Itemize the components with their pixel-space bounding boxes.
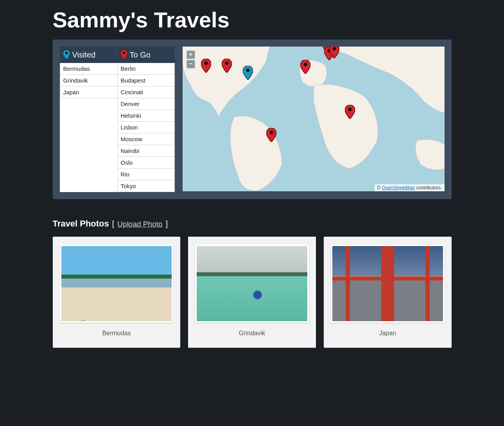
- togo-item[interactable]: Oslo: [117, 157, 175, 169]
- photo-thumbnail: [60, 244, 174, 323]
- visited-header: Visited: [60, 47, 117, 63]
- zoom-controls: + −: [187, 50, 195, 68]
- svg-point-10: [348, 108, 352, 111]
- photo-card[interactable]: Bermudas: [53, 237, 181, 348]
- openstreetmap-link[interactable]: OpenStreetMap: [382, 185, 415, 191]
- attribution-prefix: ©: [377, 185, 382, 191]
- photos-title: Travel Photos: [53, 219, 109, 229]
- travel-panel: Visited BermudasGrindavikJapan To Go Ber…: [53, 40, 452, 199]
- visited-item[interactable]: Bermudas: [60, 63, 117, 75]
- map-pin-togo[interactable]: [345, 105, 355, 119]
- bracket-open: [: [112, 219, 115, 228]
- svg-point-0: [65, 52, 67, 54]
- map-pin-togo[interactable]: [329, 47, 339, 58]
- visited-item[interactable]: Japan: [60, 86, 117, 98]
- visited-item[interactable]: Grindavik: [60, 75, 117, 86]
- map-pin-togo[interactable]: [201, 59, 211, 73]
- photo-card[interactable]: Grindavik: [188, 237, 316, 348]
- svg-point-3: [204, 61, 208, 65]
- map-attribution: © OpenStreetMap contributors.: [375, 184, 444, 191]
- togo-item[interactable]: Rio: [117, 169, 175, 180]
- upload-photo-link[interactable]: Upload Photo: [117, 220, 162, 228]
- photo-cards: BermudasGrindavikJapan: [53, 237, 452, 348]
- zoom-in-button[interactable]: +: [187, 50, 195, 59]
- visited-header-label: Visited: [72, 50, 96, 59]
- location-lists: Visited BermudasGrindavikJapan To Go Ber…: [60, 47, 175, 192]
- togo-header: To Go: [117, 47, 175, 63]
- togo-item[interactable]: Nairobi: [117, 145, 175, 157]
- photo-thumbnail: [331, 244, 445, 323]
- photos-heading: Travel Photos [ Upload Photo ]: [53, 199, 452, 237]
- map-pin-togo[interactable]: [300, 60, 310, 74]
- photo-thumbnail: [195, 244, 309, 323]
- togo-item[interactable]: Cincinati: [117, 86, 175, 98]
- map-pin-visited[interactable]: [243, 66, 253, 80]
- svg-point-11: [270, 131, 273, 134]
- togo-column: To Go BerlinBudapestCincinatiDenverHelsi…: [117, 47, 175, 192]
- zoom-out-button[interactable]: −: [187, 60, 195, 68]
- togo-item[interactable]: Berlin: [117, 63, 175, 75]
- attribution-suffix: contributors.: [415, 185, 442, 191]
- svg-point-9: [333, 47, 336, 50]
- togo-item[interactable]: Helsinki: [117, 110, 175, 122]
- togo-item[interactable]: Lisbon: [117, 122, 175, 133]
- photo-card[interactable]: Japan: [324, 237, 452, 348]
- photo-caption: Japan: [379, 330, 396, 337]
- svg-point-4: [225, 61, 229, 65]
- svg-point-1: [122, 52, 125, 54]
- togo-item[interactable]: Budapest: [117, 75, 175, 86]
- visited-column: Visited BermudasGrindavikJapan: [60, 47, 117, 192]
- pin-togo-icon: [120, 50, 127, 60]
- map-pin-togo[interactable]: [222, 59, 232, 73]
- pin-visited-icon: [63, 50, 70, 60]
- togo-item[interactable]: Denver: [117, 98, 175, 110]
- photo-caption: Grindavik: [239, 330, 265, 337]
- togo-item[interactable]: Tokyo: [117, 180, 175, 192]
- svg-point-6: [304, 63, 307, 66]
- svg-point-5: [246, 68, 250, 72]
- map[interactable]: + − © OpenStreetMap contributors.: [183, 47, 445, 191]
- bracket-close: ]: [166, 219, 168, 228]
- page-title: Sammy's Travels: [53, 0, 452, 40]
- photo-caption: Bermudas: [102, 330, 131, 337]
- togo-item[interactable]: Moscow: [117, 133, 175, 145]
- togo-header-label: To Go: [130, 50, 151, 59]
- map-pin-togo[interactable]: [266, 128, 276, 142]
